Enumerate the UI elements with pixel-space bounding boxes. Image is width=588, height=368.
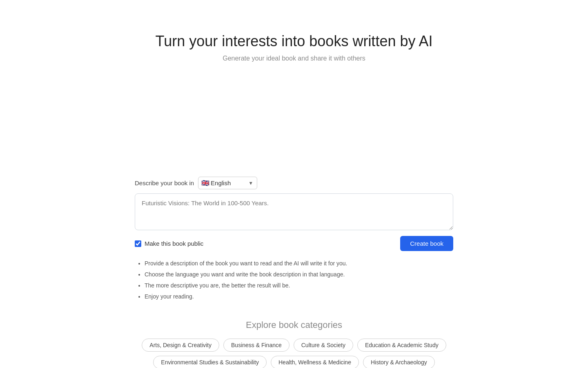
language-label: Describe your book in <box>135 180 194 186</box>
category-tag[interactable]: Culture & Society <box>294 339 353 352</box>
instruction-item: Provide a description of the book you wa… <box>145 259 453 268</box>
form-section: Describe your book in 🇬🇧 English Spanish… <box>135 177 453 303</box>
public-label-text: Make this book public <box>145 240 203 247</box>
instruction-item: Enjoy your reading. <box>145 292 453 301</box>
language-row: Describe your book in 🇬🇧 English Spanish… <box>135 177 453 189</box>
category-tag[interactable]: History & Archaeology <box>363 356 435 368</box>
action-row: Make this book public Create book <box>135 236 453 251</box>
categories-title: Explore book categories <box>135 320 453 330</box>
public-checkbox-label[interactable]: Make this book public <box>135 240 203 247</box>
language-select[interactable]: English Spanish French German Italian Po… <box>198 177 257 189</box>
category-tag[interactable]: Business & Finance <box>223 339 290 352</box>
category-tag[interactable]: Environmental Studies & Sustainability <box>153 356 267 368</box>
categories-section: Explore book categories Arts, Design & C… <box>135 320 453 368</box>
public-checkbox[interactable] <box>135 240 141 247</box>
hero-subtitle: Generate your ideal book and share it wi… <box>223 55 365 62</box>
instruction-item: Choose the language you want and write t… <box>145 270 453 279</box>
hero-title: Turn your interests into books written b… <box>156 33 433 50</box>
category-tag[interactable]: Arts, Design & Creativity <box>142 339 219 352</box>
page-wrapper: Turn your interests into books written b… <box>0 0 588 368</box>
language-select-wrapper: 🇬🇧 English Spanish French German Italian… <box>198 177 257 189</box>
book-description-input[interactable] <box>135 193 453 230</box>
instructions-list: Provide a description of the book you wa… <box>135 259 453 303</box>
category-tag[interactable]: Education & Academic Study <box>357 339 446 352</box>
categories-grid: Arts, Design & CreativityBusiness & Fina… <box>135 339 453 368</box>
create-book-button[interactable]: Create book <box>400 236 453 251</box>
category-tag[interactable]: Health, Wellness & Medicine <box>271 356 359 368</box>
instruction-item: The more descriptive you are, the better… <box>145 281 453 290</box>
